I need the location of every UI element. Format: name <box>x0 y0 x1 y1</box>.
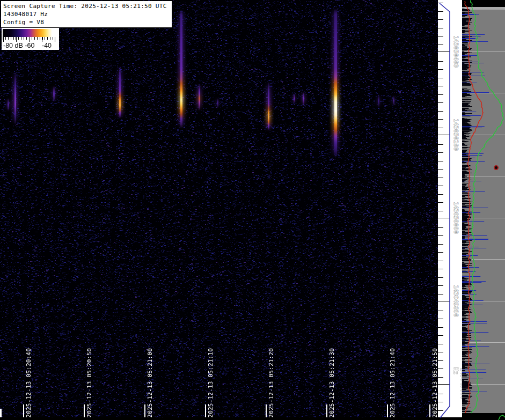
colormap-label-left: -80 dB -60 <box>3 42 34 49</box>
colormap-major-tick <box>55 37 55 42</box>
time-axis-label-text: 2025-12-13 05:21:10 <box>207 348 214 418</box>
colormap-major-tick <box>29 37 30 42</box>
time-axis-tick <box>144 404 145 417</box>
colormap-major-tick <box>3 37 4 42</box>
marker-dot <box>494 165 499 170</box>
waterfall-noise-canvas <box>0 0 438 420</box>
meteor-echo-streak <box>197 84 201 110</box>
time-axis-label-text: 2025-12-13 05:20:40 <box>25 348 32 418</box>
meteor-echo-streak <box>377 94 380 108</box>
streak-core <box>180 10 182 128</box>
colormap-gradient-bar <box>3 29 56 37</box>
streak-core <box>14 71 16 125</box>
capture-info-box: Screen Capture Time: 2025-12-13 05:21:50… <box>1 1 172 28</box>
colormap-major-tick <box>42 37 42 42</box>
time-axis-edge-tick <box>0 409 2 417</box>
meteor-echo-streak <box>6 98 10 111</box>
colormap-major-tick <box>16 37 17 42</box>
capture-time-text: Screen Capture Time: 2025-12-13 05:21:50… <box>3 2 170 10</box>
meteor-echo-streak <box>13 71 17 125</box>
time-axis-label: 2025-12-13 05:21:40 <box>389 348 396 418</box>
colormap-tick-ruler <box>3 37 56 42</box>
meteor-echo-streak <box>302 92 305 106</box>
time-axis-label: 2025-12-13 05:21:30 <box>328 348 335 418</box>
meteor-echo-streak <box>392 95 395 106</box>
time-axis-label: 2025-12-13 05:21:10 <box>207 348 214 418</box>
streak-core <box>268 82 269 130</box>
time-axis-tick <box>205 404 206 417</box>
frequency-axis-label: 143050200 <box>452 119 459 151</box>
time-axis-tick <box>23 404 24 417</box>
meteor-echo-streak <box>216 98 219 108</box>
colormap-labels: -80 dB -60 -40 <box>3 42 56 49</box>
frequency-axis-label: 143050000 <box>452 202 459 234</box>
streak-core <box>294 93 295 104</box>
spectrogram-waterfall: 2025-12-13 05:20:402025-12-13 05:20:5020… <box>0 0 438 420</box>
colormap-legend: -80 dB -60 -40 <box>2 28 59 50</box>
streak-core <box>119 66 121 118</box>
time-axis-tick <box>84 404 85 417</box>
streak-core <box>303 92 304 106</box>
time-axis-label: 2025-12-13 05:21:00 <box>147 348 153 418</box>
streak-core <box>199 84 200 110</box>
streak-core <box>8 98 9 111</box>
time-axis-tick <box>387 404 388 417</box>
meteor-echo-streak <box>266 82 271 130</box>
colormap-label-right: -40 <box>42 42 52 49</box>
time-axis-label: 2025-12-13 05:21:20 <box>268 348 275 418</box>
time-axis-label-text: 2025-12-13 05:20:50 <box>86 348 93 418</box>
time-axis-label-text: 2025-12-13 05:21:40 <box>389 348 396 418</box>
spectrum-plot <box>462 0 505 420</box>
time-axis-label-text: 2025-12-13 05:21:00 <box>147 348 153 418</box>
frequency-axis-label: 143049800 <box>452 285 459 317</box>
meteor-echo-streak <box>179 10 184 128</box>
frequency-axis: 1430504001430502001430500001430498001430… <box>438 0 462 417</box>
streak-core <box>378 94 379 108</box>
spectrum-panel <box>462 0 505 420</box>
meteor-echo-streak <box>332 9 339 157</box>
time-axis-tick <box>326 404 327 417</box>
meteor-echo-streak <box>118 66 122 118</box>
meteor-echo-streak <box>52 86 56 102</box>
time-axis-label-text: 2025-12-13 05:21:20 <box>268 348 275 418</box>
time-axis-tick <box>429 404 430 417</box>
streak-core <box>53 86 55 102</box>
streak-core <box>217 98 218 108</box>
frequency-axis-label: 143050400 <box>452 35 459 68</box>
meteor-echo-streak <box>292 93 296 104</box>
frequency-text: 143048017 Hz <box>3 10 170 18</box>
time-axis-label: 2025-12-13 05:20:50 <box>86 348 93 418</box>
time-axis-label: 2025-12-13 05:20:40 <box>25 348 32 418</box>
streak-core <box>393 95 394 106</box>
streak-core <box>334 9 337 157</box>
time-axis-tick <box>266 404 267 417</box>
config-text: Config = V8 <box>3 18 170 26</box>
screen-capture-view: 2025-12-13 05:20:402025-12-13 05:20:5020… <box>0 0 505 420</box>
time-axis-label-text: 2025-12-13 05:21:30 <box>328 348 335 418</box>
